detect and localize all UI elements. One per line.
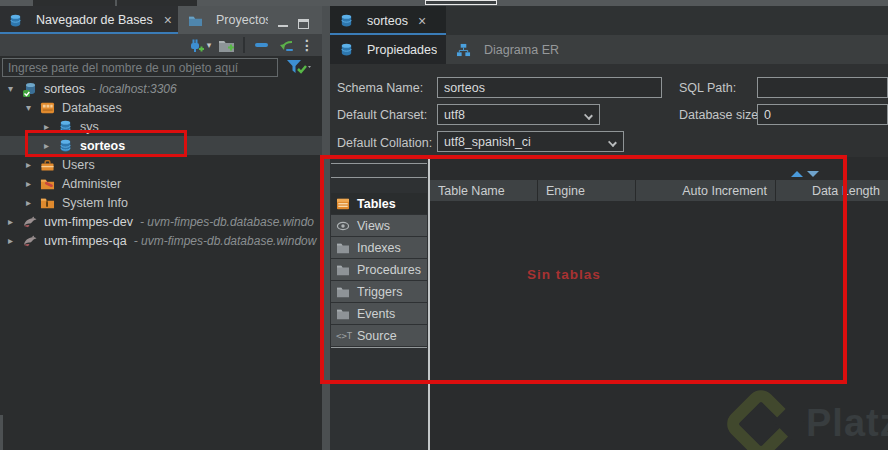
tree-item-label: uvm-fimpes-dev [44,215,133,229]
database-connection-icon [22,81,38,97]
tree-item-system-info[interactable]: ▸ System Info [0,193,322,212]
tab-projects[interactable]: Proyectos [180,6,268,34]
default-charset-label: Default Charset: [337,108,427,122]
chevron-right-icon[interactable]: ▸ [8,216,22,227]
window-left-edge [0,415,3,450]
system-info-folder-icon [40,195,56,211]
tab-label: Propiedades [367,43,437,57]
tree-item-administer[interactable]: ▸ Administer [0,174,322,193]
tree-item-databases[interactable]: ▾ Databases [0,98,322,117]
chevron-down-icon[interactable]: ▾ [26,102,40,113]
tree-item-label: Users [62,158,95,172]
select-value: utf8 [444,108,465,122]
chevron-down-icon [608,138,617,147]
annotation-rectangle-tree [25,130,187,157]
database-icon [339,42,355,58]
database-icon [8,12,24,28]
default-collation-label: Default Collation: [337,136,432,150]
er-diagram-icon [456,42,472,58]
tree-item-suffix: - uvm-fimpes-db.database.windo [140,215,314,229]
chevron-right-icon[interactable]: ▸ [26,159,40,170]
close-icon[interactable]: × [164,12,172,28]
users-toolbox-icon [40,157,56,173]
annotation-text: Sin tablas [527,267,601,282]
maximize-icon[interactable] [298,19,309,29]
tab-database-navigator[interactable]: Navegador de Bases d... × [0,6,178,34]
chevron-right-icon[interactable]: ▸ [26,178,40,189]
chevron-down-icon[interactable]: ▾ [204,36,214,54]
sql-path-label: SQL Path: [679,81,736,95]
menu-kebab-icon[interactable]: ⋮ [301,36,313,54]
editor-subtab-bar: Propiedades Diagrama ER [330,35,888,64]
minimize-icon[interactable] [278,25,288,27]
tree-item-connection-uvm-fimpes-dev[interactable]: ▸ uvm-fimpes-dev - uvm-fimpes-db.databas… [0,212,322,231]
editor-tab-bar: sorteos × [330,6,888,35]
chevron-down-icon[interactable]: ▾ [8,83,22,94]
new-folder-icon[interactable] [217,36,235,54]
left-panel-tab-bar: Navegador de Bases d... × Proyectos [0,6,322,34]
tree-item-suffix: - localhost:3306 [92,82,177,96]
tree-item-label: System Info [62,196,128,210]
tree-item-label: uvm-fimpes-qa [44,234,127,248]
tree-item-users[interactable]: ▸ Users [0,155,322,174]
sql-path-input[interactable] [757,77,888,98]
schema-name-input[interactable] [437,77,662,98]
search-input[interactable] [2,58,278,77]
folder-icon [188,12,204,28]
filter-icon[interactable] [284,57,314,77]
link-with-editor-icon[interactable] [277,36,295,54]
strip-highlight-box [425,0,497,5]
database-icon [339,13,355,29]
administer-tools-icon [40,176,56,192]
chevron-right-icon[interactable]: ▸ [8,235,22,246]
tree-item-connection-sorteos[interactable]: ▾ sorteos - localhost:3306 [0,79,322,98]
databases-folder-icon [40,100,56,116]
navigator-toolbar: ▾ ⋮ [0,34,322,56]
close-icon[interactable]: × [418,13,426,29]
tree-item-label: sorteos [44,82,85,96]
chevron-down-icon [584,111,593,120]
tab-label: Diagrama ER [484,43,559,57]
tab-label: Proyectos [216,13,268,27]
mysql-connection-icon [22,214,38,230]
select-value: utf8_spanish_ci [444,135,531,149]
mysql-connection-icon [22,233,38,249]
toolbar-separator [243,37,245,53]
schema-name-label: Schema Name: [337,81,423,95]
chevron-right-icon[interactable]: ▸ [26,197,40,208]
tab-label: sorteos [367,14,408,28]
collapse-all-icon[interactable] [252,36,270,54]
database-size-label: Database size: [679,108,762,122]
tree-item-label: Administer [62,177,121,191]
tree-item-suffix: - uvm-fimpes-db.database.window [134,234,317,248]
dbeaver-window: Navegador de Bases d... × Proyectos ▾ ⋮ [0,0,888,450]
new-connection-icon[interactable] [186,36,204,54]
editor-tab-sorteos[interactable]: sorteos × [330,6,446,35]
default-charset-select[interactable]: utf8 [437,104,600,125]
database-size-input[interactable] [757,104,888,125]
tab-properties[interactable]: Propiedades [330,35,446,64]
tab-label: Navegador de Bases d... [36,13,154,27]
default-collation-select[interactable]: utf8_spanish_ci [437,131,624,152]
tab-er-diagram[interactable]: Diagrama ER [446,35,580,64]
tree-item-label: Databases [62,101,122,115]
tree-item-connection-uvm-fimpes-qa[interactable]: ▸ uvm-fimpes-qa - uvm-fimpes-db.database… [0,231,322,250]
platzi-watermark-text: Platzi [806,402,888,445]
